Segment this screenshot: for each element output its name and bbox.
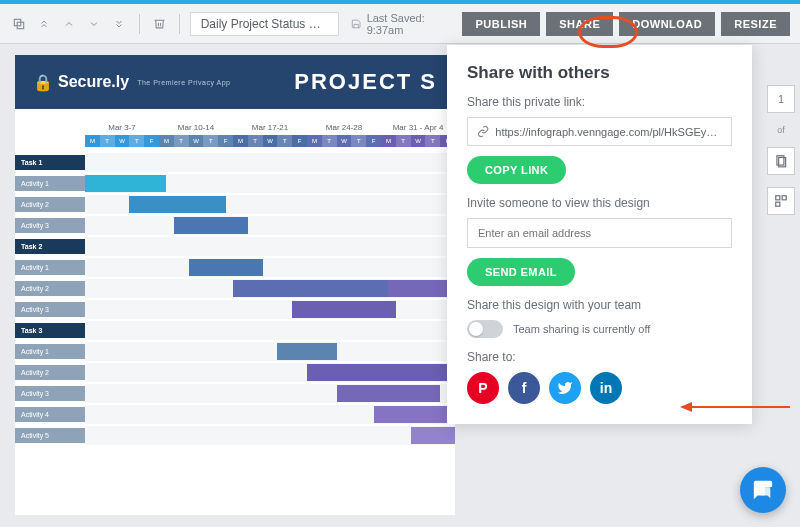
day-cell: T	[203, 135, 218, 147]
row-track	[85, 216, 455, 235]
page-number-box[interactable]: 1	[767, 85, 795, 113]
chevron-down-icon[interactable]	[85, 13, 104, 35]
row-track	[85, 237, 455, 256]
resize-button[interactable]: RESIZE	[721, 12, 790, 36]
row-label: Activity 1	[15, 344, 85, 359]
day-cell: F	[292, 135, 307, 147]
row-label: Activity 4	[15, 407, 85, 422]
invite-label: Invite someone to view this design	[467, 196, 732, 210]
gantt-row: Activity 1	[15, 174, 455, 193]
chat-icon	[752, 479, 774, 501]
day-cell: M	[307, 135, 322, 147]
row-track	[85, 321, 455, 340]
gantt-row: Activity 3	[15, 384, 455, 403]
gantt-row: Activity 2	[15, 363, 455, 382]
gantt-row: Activity 2	[15, 279, 455, 298]
row-label: Activity 2	[15, 197, 85, 212]
twitter-icon[interactable]	[549, 372, 581, 404]
chevron-up-icon[interactable]	[60, 13, 79, 35]
download-button[interactable]: DOWNLOAD	[619, 12, 715, 36]
brand-name: Secure.ly	[58, 73, 129, 91]
row-label: Activity 2	[15, 365, 85, 380]
chat-button[interactable]	[740, 467, 786, 513]
row-track	[85, 300, 455, 319]
gantt-bar	[277, 343, 336, 360]
design-canvas[interactable]: 🔒 Secure.ly The Premiere Privacy App PRO…	[15, 55, 455, 515]
document-title[interactable]: Daily Project Status G…	[190, 12, 340, 36]
row-track	[85, 342, 455, 361]
week-label: Mar 3-7	[85, 123, 159, 132]
week-label: Mar 10-14	[159, 123, 233, 132]
row-track	[85, 426, 455, 445]
share-link-field[interactable]: https://infograph.venngage.com/pl/HkSGEy…	[467, 117, 732, 146]
day-cell: W	[189, 135, 204, 147]
day-cell: T	[322, 135, 337, 147]
brand-tagline: The Premiere Privacy App	[137, 79, 230, 86]
gantt-bar	[411, 427, 455, 444]
collapse-down-icon[interactable]	[110, 13, 129, 35]
gantt-bar	[388, 280, 455, 297]
link-icon	[477, 125, 489, 138]
day-cell: M	[159, 135, 174, 147]
linkedin-icon[interactable]: in	[590, 372, 622, 404]
gantt-bar	[307, 364, 455, 381]
day-cell: T	[396, 135, 411, 147]
team-sharing-status: Team sharing is currently off	[513, 323, 650, 335]
row-label: Activity 3	[15, 218, 85, 233]
day-cell: T	[425, 135, 440, 147]
row-track	[85, 279, 455, 298]
row-track	[85, 258, 455, 277]
gantt-bar	[292, 301, 396, 318]
pages-icon[interactable]	[767, 147, 795, 175]
team-sharing-toggle[interactable]	[467, 320, 503, 338]
week-label: Mar 31 - Apr 4	[381, 123, 455, 132]
team-share-label: Share this design with your team	[467, 298, 732, 312]
facebook-icon[interactable]: f	[508, 372, 540, 404]
pinterest-icon[interactable]: P	[467, 372, 499, 404]
lock-icon: 🔒	[33, 73, 53, 92]
day-cell: W	[263, 135, 278, 147]
day-cell: M	[85, 135, 100, 147]
row-track	[85, 195, 455, 214]
gantt-bar	[374, 406, 455, 423]
collapse-up-icon[interactable]	[35, 13, 54, 35]
right-rail: 1 of	[762, 85, 800, 215]
day-cell: M	[381, 135, 396, 147]
save-icon	[351, 18, 361, 30]
gantt-chart: Mar 3-7MTWTFMar 10-14MTWTFMar 17-21MTWTF…	[15, 109, 455, 445]
row-label: Task 2	[15, 239, 85, 254]
row-track	[85, 153, 455, 172]
grid-icon[interactable]	[767, 187, 795, 215]
publish-button[interactable]: PUBLISH	[462, 12, 540, 36]
row-label: Activity 1	[15, 260, 85, 275]
day-cell: T	[100, 135, 115, 147]
share-panel: Share with others Share this private lin…	[447, 45, 752, 424]
copy-link-button[interactable]: COPY LINK	[467, 156, 566, 184]
copy-icon[interactable]	[10, 13, 29, 35]
share-heading: Share with others	[467, 63, 732, 83]
gantt-bar	[189, 259, 263, 276]
gantt-bar	[233, 280, 388, 297]
week-label: Mar 24-28	[307, 123, 381, 132]
day-cell: F	[144, 135, 159, 147]
send-email-button[interactable]: SEND EMAIL	[467, 258, 575, 286]
gantt-row: Activity 3	[15, 216, 455, 235]
last-saved-label: Last Saved: 9:37am	[351, 12, 450, 36]
gantt-row: Task 2	[15, 237, 455, 256]
gantt-bar	[174, 217, 248, 234]
gantt-row: Activity 1	[15, 258, 455, 277]
row-label: Task 3	[15, 323, 85, 338]
day-cell: T	[129, 135, 144, 147]
svg-rect-6	[776, 202, 780, 206]
row-track	[85, 384, 455, 403]
share-button[interactable]: SHARE	[546, 12, 613, 36]
gantt-row: Task 3	[15, 321, 455, 340]
row-label: Activity 3	[15, 302, 85, 317]
invite-email-input[interactable]	[467, 218, 732, 248]
day-cell: M	[233, 135, 248, 147]
trash-icon[interactable]	[150, 13, 169, 35]
project-title: PROJECT S	[294, 69, 437, 95]
row-label: Activity 3	[15, 386, 85, 401]
gantt-row: Activity 4	[15, 405, 455, 424]
row-track	[85, 405, 455, 424]
